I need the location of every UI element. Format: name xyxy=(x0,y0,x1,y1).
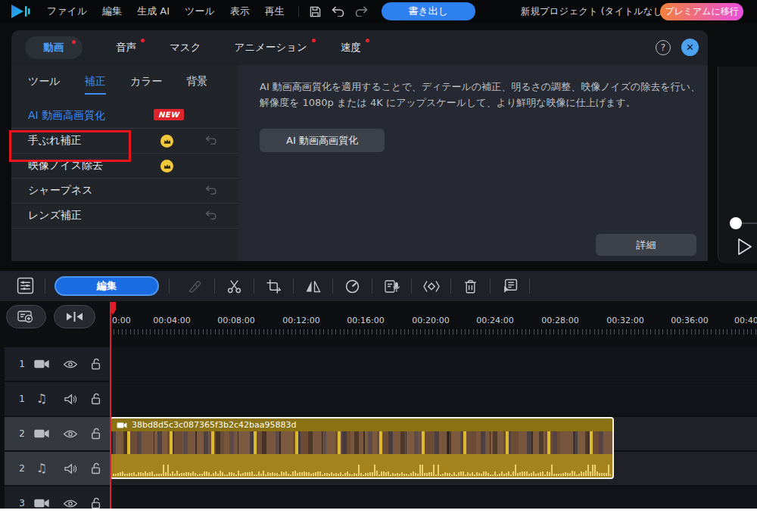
unlock-icon[interactable] xyxy=(91,358,101,370)
eye-icon[interactable] xyxy=(61,499,80,509)
tool-ai-enhance[interactable]: AI 動画高画質化 NEW xyxy=(11,104,238,129)
track-number: 2 xyxy=(17,428,27,439)
magnetic-timeline-button[interactable] xyxy=(54,305,95,328)
track-header[interactable]: 1 xyxy=(5,347,110,381)
tool-lens-correction[interactable]: レンズ補正 xyxy=(11,204,238,229)
timeline-clip[interactable]: 38bd8d5c3c087365f3b2c42baa95883d xyxy=(110,417,614,479)
crown-icon xyxy=(160,160,173,173)
menubar-divider xyxy=(298,6,299,17)
tab-speed[interactable]: 速度 xyxy=(341,41,361,54)
track-header[interactable]: 2 xyxy=(5,417,110,450)
eye-icon[interactable] xyxy=(61,359,80,369)
unlock-icon[interactable] xyxy=(91,428,101,440)
app-dark-stage: ファイル 編集 生成 AI ツール 表示 再生 xyxy=(0,0,757,509)
tab-speed-label: 速度 xyxy=(341,41,361,53)
speed-icon[interactable] xyxy=(333,279,372,294)
track-lane[interactable] xyxy=(110,382,757,415)
tab-animation[interactable]: アニメーション xyxy=(234,41,307,54)
eye-icon[interactable] xyxy=(61,429,80,439)
speaker-icon[interactable] xyxy=(61,463,80,474)
undo-icon[interactable] xyxy=(332,6,344,17)
seek-handle[interactable] xyxy=(730,217,742,229)
reset-icon[interactable] xyxy=(205,185,217,194)
menu-tools[interactable]: ツール xyxy=(185,5,215,18)
crown-icon xyxy=(160,135,173,148)
clip-filename: 38bd8d5c3c087365f3b2c42baa95883d xyxy=(132,420,296,430)
playhead-line[interactable] xyxy=(110,302,111,509)
detail-button[interactable]: 詳細 xyxy=(596,234,696,256)
premium-upgrade-button[interactable]: プレミアムに移行 xyxy=(660,3,743,20)
filmora-logo-icon xyxy=(11,4,30,19)
add-track-button[interactable] xyxy=(6,305,46,328)
ruler-label: 00:40 xyxy=(734,316,757,325)
track-header[interactable]: 2 ♫ xyxy=(5,452,110,485)
tab-video[interactable]: 動画 xyxy=(25,36,83,59)
ruler-label: 00:16:00 xyxy=(347,316,384,325)
ruler-label: 00:04:00 xyxy=(153,316,190,325)
unlock-icon[interactable] xyxy=(91,462,101,474)
unlock-icon[interactable] xyxy=(91,497,101,509)
track-row-video-3: 3 xyxy=(0,487,757,509)
tool-denoise-label: 映像ノイズ除去 xyxy=(28,159,103,173)
ruler-label: 0:00 xyxy=(112,316,131,325)
track-number: 3 xyxy=(17,498,27,509)
crop-icon[interactable] xyxy=(254,279,293,294)
ai-enhance-apply-button[interactable]: AI 動画高画質化 xyxy=(260,129,385,152)
speech-to-text-icon[interactable] xyxy=(372,279,411,294)
tab-audio[interactable]: 音声 xyxy=(116,41,136,54)
subtab-tools[interactable]: ツール xyxy=(28,75,61,95)
close-panel-icon[interactable]: ✕ xyxy=(681,39,699,56)
speaker-icon[interactable] xyxy=(61,394,80,405)
red-dot xyxy=(312,39,316,42)
reset-icon[interactable] xyxy=(205,210,217,219)
tool-lens-correction-label: レンズ補正 xyxy=(28,209,82,222)
tool-list: AI 動画高画質化 NEW 手ぶれ補正 xyxy=(11,104,238,229)
menu-file[interactable]: ファイル xyxy=(47,5,87,18)
tool-sharpness[interactable]: シャープネス xyxy=(11,179,238,204)
media-adjust-icon[interactable] xyxy=(17,277,34,294)
menu-view[interactable]: 表示 xyxy=(230,5,250,18)
redo-icon[interactable] xyxy=(355,6,368,17)
tool-denoise[interactable]: 映像ノイズ除去 xyxy=(11,154,238,179)
menu-edit[interactable]: 編集 xyxy=(102,5,122,18)
toolbar-divider xyxy=(45,278,45,294)
track-row-video-1: 1 xyxy=(0,347,757,381)
property-panel-body: ツール 補正 カラー 背景 AI 動画高画質化 NEW 手ぶれ補正 xyxy=(11,65,708,261)
ruler-ticks[interactable] xyxy=(110,329,757,334)
tab-mask[interactable]: マスク xyxy=(170,41,201,54)
trash-icon[interactable] xyxy=(451,279,490,294)
video-track-icon xyxy=(32,498,51,509)
menu-playback[interactable]: 再生 xyxy=(265,5,285,18)
tool-stabilization[interactable]: 手ぶれ補正 xyxy=(11,129,238,154)
ruler-label: 00:28:00 xyxy=(541,316,578,325)
track-header[interactable]: 3 xyxy=(5,487,110,509)
menu-generate-ai[interactable]: 生成 AI xyxy=(137,5,170,18)
track-header[interactable]: 1 ♫ xyxy=(5,382,110,415)
reset-icon[interactable] xyxy=(205,135,217,145)
keyframe-icon[interactable] xyxy=(412,280,450,293)
export-button[interactable]: 書き出し xyxy=(382,2,475,20)
toolbar-divider xyxy=(169,278,170,294)
correction-left-pane: ツール 補正 カラー 背景 AI 動画高画質化 NEW 手ぶれ補正 xyxy=(11,65,238,261)
scissors-icon[interactable] xyxy=(215,279,254,294)
ruler-label: 00:32:00 xyxy=(606,316,643,325)
help-icon[interactable]: ? xyxy=(656,40,671,55)
track-lane[interactable] xyxy=(110,347,757,381)
clip-audio-section xyxy=(111,454,612,478)
render-preview-icon[interactable] xyxy=(491,278,529,294)
flip-icon[interactable] xyxy=(294,280,332,293)
subtab-background[interactable]: 背景 xyxy=(186,75,207,95)
tool-sharpness-label: シャープネス xyxy=(28,184,93,198)
subtab-color[interactable]: カラー xyxy=(130,75,163,95)
ruler-label: 00:12:00 xyxy=(282,316,319,325)
video-track-icon xyxy=(32,428,51,439)
track-lane[interactable] xyxy=(110,487,757,509)
play-button[interactable] xyxy=(737,238,753,256)
tab-animation-label: アニメーション xyxy=(234,41,307,53)
unlock-icon[interactable] xyxy=(91,393,101,405)
track-row-audio-1: 1 ♫ xyxy=(0,382,757,415)
save-icon[interactable] xyxy=(310,6,321,17)
ruler-label: 00:20:00 xyxy=(412,316,449,325)
edit-button[interactable]: 編集 xyxy=(55,276,159,296)
subtab-correction[interactable]: 補正 xyxy=(85,75,106,95)
